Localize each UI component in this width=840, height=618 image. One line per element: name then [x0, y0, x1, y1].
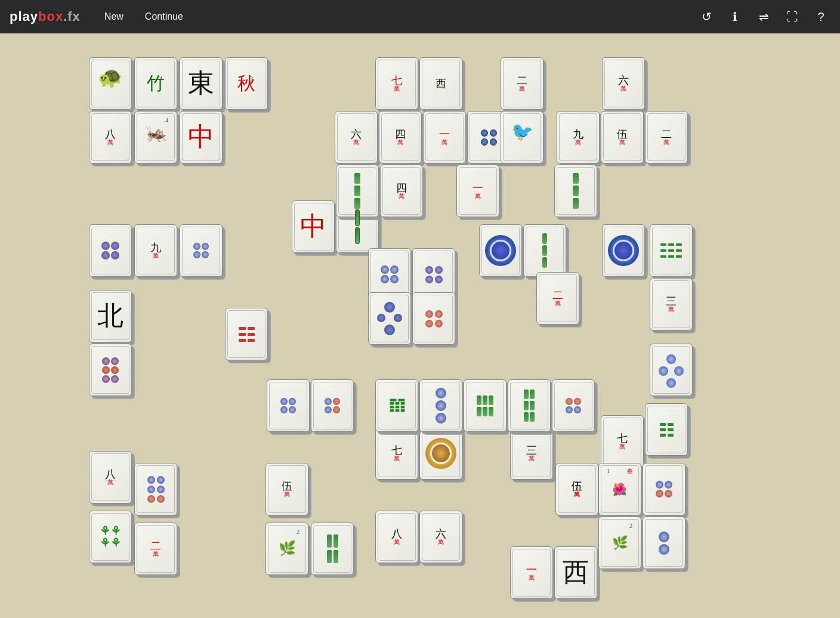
tile[interactable]: 二 萬 [536, 272, 579, 325]
tile[interactable]: 二 萬 [501, 57, 543, 110]
tile[interactable]: 六 萬 [602, 57, 645, 110]
game-area: 🐢 4 竹 東 3 秋 七 萬 [0, 33, 840, 618]
tile[interactable] [336, 165, 379, 217]
tile[interactable]: 北 [89, 290, 132, 342]
tile[interactable]: 西 [419, 57, 462, 110]
tile[interactable] [419, 379, 462, 432]
tile[interactable]: 八 萬 [89, 111, 132, 163]
tile[interactable] [479, 224, 522, 277]
tile[interactable]: 六 萬 [335, 111, 378, 163]
tile[interactable]: 中 [292, 200, 335, 253]
tile[interactable]: 八 萬 [375, 511, 418, 563]
tile[interactable]: 三 萬 [650, 278, 693, 330]
svg-text:🌿: 🌿 [612, 534, 629, 551]
tile[interactable] [508, 379, 551, 432]
tile[interactable] [645, 403, 688, 456]
header: playbox.fx New Continue ↺ ℹ ⇌ ⛶ ? [0, 0, 840, 33]
tile[interactable]: 🐦 [501, 111, 543, 163]
tile[interactable]: 2 🌿 [598, 517, 641, 569]
new-button[interactable]: New [100, 9, 128, 24]
tile[interactable]: 四 萬 [380, 165, 423, 217]
header-icons: ↺ ℹ ⇌ ⛶ ? [697, 7, 830, 26]
logo-box: box [38, 9, 63, 24]
tile[interactable] [180, 224, 223, 277]
tile[interactable] [643, 517, 685, 569]
svg-text:🌿: 🌿 [279, 540, 297, 557]
tile[interactable]: 🐢 [89, 57, 132, 110]
tile[interactable]: 3 秋 [225, 57, 268, 110]
tile[interactable] [554, 165, 597, 217]
svg-text:🦗: 🦗 [145, 122, 168, 144]
svg-text:🐢: 🐢 [98, 65, 123, 89]
fullscreen-icon[interactable]: ⛶ [783, 7, 802, 26]
tile[interactable]: 七 萬 [375, 57, 418, 110]
tile[interactable]: 四 萬 [379, 111, 422, 163]
tile[interactable]: 2 🌿 [265, 523, 308, 575]
tile[interactable] [311, 523, 354, 575]
tile[interactable] [464, 379, 507, 432]
tile[interactable] [134, 463, 177, 515]
restart-icon[interactable]: ↺ [697, 7, 716, 26]
tile[interactable] [552, 379, 595, 432]
tile[interactable]: 中 [180, 111, 223, 163]
tile[interactable] [650, 224, 693, 277]
tile[interactable]: 二 萬 [645, 111, 688, 163]
tile[interactable] [89, 344, 132, 396]
svg-text:🌺: 🌺 [613, 482, 628, 496]
tile[interactable]: 西 [554, 546, 597, 599]
tile[interactable]: 二 萬 [134, 523, 177, 575]
tile[interactable]: 九 萬 [134, 224, 177, 277]
svg-text:🐦: 🐦 [511, 121, 534, 143]
tile[interactable]: 三 萬 [510, 427, 553, 480]
tile[interactable]: 六 萬 [419, 511, 462, 563]
tile[interactable]: 伍 萬 [265, 463, 308, 515]
tile[interactable] [311, 379, 354, 432]
logo-play: play [10, 9, 38, 24]
tile[interactable]: 伍 萬 [555, 463, 598, 515]
tile[interactable]: 東 [180, 57, 223, 110]
tile[interactable]: 一 萬 [510, 546, 553, 599]
tile[interactable] [267, 379, 310, 432]
tile[interactable]: 伍 萬 [601, 111, 644, 163]
tile[interactable] [523, 224, 566, 277]
tile[interactable] [602, 224, 645, 277]
tile[interactable]: ⚘⚘ ⚘⚘ [89, 511, 132, 563]
tile[interactable] [650, 344, 693, 396]
info-icon[interactable]: ℹ [725, 7, 745, 26]
tile[interactable] [419, 427, 462, 480]
tile[interactable]: 一 萬 [456, 165, 499, 217]
tile[interactable] [225, 308, 268, 360]
logo-fx: .fx [63, 9, 81, 24]
tile[interactable] [412, 292, 455, 345]
help-icon[interactable]: ? [811, 7, 830, 26]
tile[interactable]: 4 🦗 [134, 111, 177, 163]
tile[interactable]: 𝌻 [375, 379, 418, 432]
board: 🐢 4 竹 東 3 秋 七 萬 [77, 45, 763, 606]
tile[interactable]: 七 萬 [375, 427, 418, 480]
tile[interactable]: 4 竹 [134, 57, 177, 110]
tile[interactable]: 1 春 🌺 [598, 463, 641, 515]
tile[interactable] [643, 463, 685, 515]
tile[interactable]: 七 萬 [601, 415, 644, 468]
tile[interactable]: 九 萬 [557, 111, 600, 163]
tile[interactable]: 一 萬 [423, 111, 466, 163]
tile[interactable] [368, 292, 411, 345]
continue-button[interactable]: Continue [140, 9, 188, 24]
tile[interactable]: 八 萬 [89, 451, 132, 503]
tile[interactable] [89, 224, 132, 277]
shuffle-icon[interactable]: ⇌ [754, 7, 773, 26]
logo: playbox.fx [10, 9, 81, 24]
